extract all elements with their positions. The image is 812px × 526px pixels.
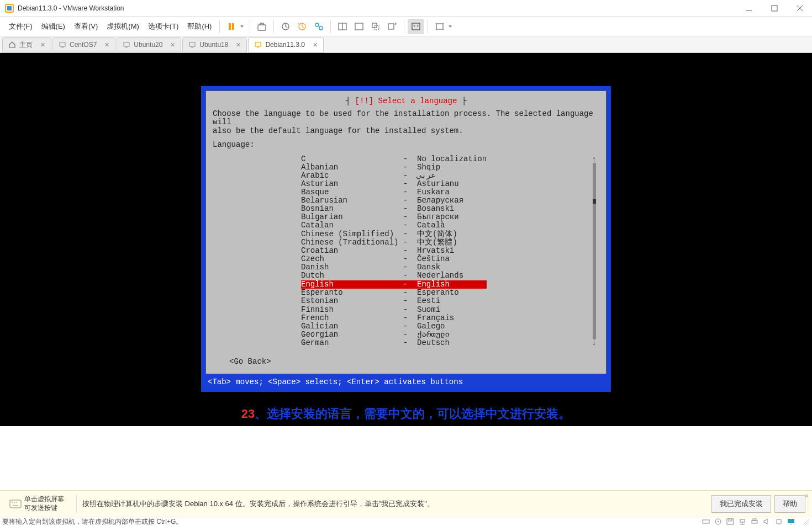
svg-rect-25 xyxy=(189,42,195,46)
language-option[interactable]: Galician - Galego xyxy=(301,322,489,331)
separator xyxy=(404,20,404,33)
stretch-dropdown[interactable] xyxy=(448,24,455,29)
tab-close[interactable]: ✕ xyxy=(169,41,176,49)
snapshot-revert-button[interactable] xyxy=(294,19,310,34)
language-option[interactable]: Czech - Čeština xyxy=(301,255,489,263)
menu-file[interactable]: 文件(F) xyxy=(4,20,37,33)
tab-close[interactable]: ✕ xyxy=(312,41,319,49)
svg-rect-23 xyxy=(124,42,129,46)
tab-vm[interactable]: Ubuntu18✕ xyxy=(182,37,247,52)
language-option[interactable]: Basque - Euskara xyxy=(301,188,489,196)
menu-help[interactable]: 帮助(H) xyxy=(183,20,216,33)
stretch-button[interactable] xyxy=(431,19,448,34)
resize-grip[interactable] xyxy=(801,518,810,525)
app-icon xyxy=(4,3,14,13)
window-title: Debian11.3.0 - VMware Workstation xyxy=(18,4,741,12)
pause-button[interactable] xyxy=(223,19,240,34)
language-option[interactable]: Finnish - Suomi xyxy=(301,306,489,314)
svg-rect-44 xyxy=(777,519,781,524)
tab-label: CentOS7 xyxy=(70,41,97,49)
svg-line-49 xyxy=(808,524,809,525)
tab-close[interactable]: ✕ xyxy=(103,41,110,49)
tab-close[interactable]: ✕ xyxy=(235,41,242,49)
cd-icon[interactable] xyxy=(714,518,723,525)
sound-icon[interactable] xyxy=(762,518,771,525)
infobar-close[interactable]: ✕ xyxy=(804,493,809,499)
printer-icon[interactable] xyxy=(750,518,759,525)
language-option[interactable]: Albanian - Shqip xyxy=(301,163,489,172)
language-option[interactable]: Georgian - ქართული xyxy=(301,331,489,339)
snapshot-button[interactable] xyxy=(277,19,294,34)
close-button[interactable] xyxy=(792,2,808,15)
done-install-button[interactable]: 我已完成安装 xyxy=(711,495,771,513)
language-option[interactable]: Estonian - Eesti xyxy=(301,297,489,305)
language-option[interactable]: Belarusian - Беларуская xyxy=(301,196,489,205)
language-option[interactable]: German - Deutsch xyxy=(301,339,489,347)
home-icon xyxy=(8,41,16,49)
svg-rect-29 xyxy=(10,500,21,508)
view-quick-switch-button[interactable] xyxy=(384,19,400,34)
vm-display[interactable]: ┤ [!!] Select a language ├ Choose the la… xyxy=(0,53,812,426)
svg-rect-34 xyxy=(703,520,709,523)
svg-rect-45 xyxy=(788,519,794,523)
send-ctrlaltdel-button[interactable] xyxy=(254,19,270,34)
language-option[interactable]: Bosnian - Bosanski xyxy=(301,205,489,213)
installer-footer: <Tab> moves; <Space> selects; <Enter> ac… xyxy=(205,374,607,387)
minimize-button[interactable] xyxy=(741,2,757,15)
menu-view[interactable]: 查看(V) xyxy=(70,20,102,33)
svg-rect-27 xyxy=(255,42,261,46)
svg-rect-20 xyxy=(436,24,443,29)
language-option[interactable]: Dutch - Nederlands xyxy=(301,272,489,280)
view-unity-button[interactable] xyxy=(367,19,384,34)
svg-point-35 xyxy=(715,519,721,524)
tab-vm[interactable]: CentOS7✕ xyxy=(52,37,115,52)
view-single-button[interactable] xyxy=(351,19,367,34)
tab-vm[interactable]: Ubuntu20✕ xyxy=(117,37,181,52)
menu-vm[interactable]: 虚拟机(M) xyxy=(102,20,144,33)
language-option[interactable]: Esperanto - Esperanto xyxy=(301,289,489,297)
language-option[interactable]: Croatian - Hrvatski xyxy=(301,247,489,255)
help-button[interactable]: 帮助 xyxy=(774,495,805,513)
keyboard-icon xyxy=(7,500,24,508)
installer-heading: ┤ [!!] Select a language ├ xyxy=(213,97,599,105)
svg-rect-18 xyxy=(388,24,394,29)
tab-label: Debian11.3.0 xyxy=(265,41,304,49)
menu-tabs[interactable]: 选项卡(T) xyxy=(144,20,183,33)
separator xyxy=(250,20,250,33)
language-option[interactable]: Asturian - Asturianu xyxy=(301,180,489,188)
maximize-button[interactable] xyxy=(767,2,782,15)
language-option[interactable]: Danish - Dansk xyxy=(301,263,489,272)
language-option[interactable]: Chinese (Traditional) - 中文(繁體) xyxy=(301,238,489,247)
usb-icon[interactable] xyxy=(774,518,783,525)
svg-rect-3 xyxy=(772,6,777,11)
hdd-icon[interactable] xyxy=(702,518,710,525)
display-icon[interactable] xyxy=(787,518,795,525)
svg-rect-19 xyxy=(412,23,420,30)
language-option[interactable]: Arabic - عربي xyxy=(301,172,489,180)
installer-window: ┤ [!!] Select a language ├ Choose the la… xyxy=(201,86,611,392)
fullscreen-button[interactable] xyxy=(408,19,424,34)
language-list[interactable]: C - No localizationAlbanian - ShqipArabi… xyxy=(301,155,489,348)
infobar-message: 按照在物理计算机中的步骤安装 Debian 10.x 64 位。安装完成后，操作… xyxy=(82,499,708,509)
tab-home[interactable]: 主页 ✕ xyxy=(2,37,51,52)
network-icon[interactable] xyxy=(738,518,747,525)
svg-rect-39 xyxy=(740,519,745,522)
menu-edit[interactable]: 编辑(E) xyxy=(37,20,70,33)
language-option[interactable]: English - English xyxy=(301,280,487,289)
language-option[interactable]: C - No localization xyxy=(301,155,489,163)
tab-vm[interactable]: Debian11.3.0✕ xyxy=(248,37,323,52)
power-dropdown[interactable] xyxy=(240,24,246,29)
language-option[interactable]: French - Français xyxy=(301,314,489,322)
go-back-button[interactable]: <Go Back> xyxy=(229,357,599,366)
floppy-icon[interactable] xyxy=(726,518,735,525)
separator xyxy=(219,20,220,33)
language-option[interactable]: Bulgarian - Български xyxy=(301,213,489,221)
language-option[interactable]: Catalan - Català xyxy=(301,221,489,230)
language-option[interactable]: Chinese (Simplified) - 中文(简体) xyxy=(301,230,489,238)
tab-close[interactable]: ✕ xyxy=(39,41,46,49)
tab-label: 主页 xyxy=(19,40,33,50)
view-console-button[interactable] xyxy=(334,19,351,34)
tab-bar: 主页 ✕ CentOS7✕Ubuntu20✕Ubuntu18✕Debian11.… xyxy=(0,36,812,53)
snapshot-manager-button[interactable] xyxy=(310,19,327,34)
scrollbar[interactable]: ↑ ↓ xyxy=(592,155,599,348)
